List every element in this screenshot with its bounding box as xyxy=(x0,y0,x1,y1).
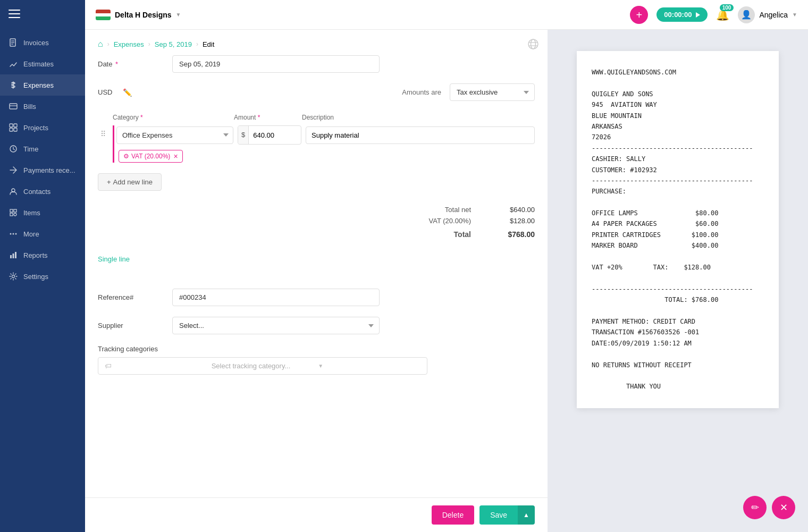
avatar: 👤 xyxy=(738,6,755,23)
tracking-label: Tracking categories xyxy=(98,345,535,353)
sidebar-logo[interactable] xyxy=(0,0,85,28)
sidebar-item-projects[interactable]: Projects xyxy=(0,117,85,138)
receipt-card: WWW.QUIGLEYANDSONS.COM QUIGLEY AND SONS … xyxy=(577,51,779,408)
svg-rect-6 xyxy=(10,124,13,127)
date-input[interactable] xyxy=(172,55,380,73)
invoice-icon xyxy=(9,38,18,47)
sidebar-item-payments[interactable]: Payments rece... xyxy=(0,159,85,181)
sidebar-item-label: Settings xyxy=(23,273,48,281)
amount-input[interactable] xyxy=(249,127,286,143)
tracking-select[interactable]: 🏷 Select tracking category... ▼ xyxy=(98,357,427,375)
sidebar-item-items[interactable]: Items xyxy=(0,202,85,223)
hamburger-icon[interactable] xyxy=(9,10,20,18)
sidebar-item-label: Bills xyxy=(23,103,36,111)
date-label: Date * xyxy=(98,60,162,68)
breadcrumb-expenses-item[interactable]: Expenses xyxy=(114,40,144,48)
category-select-wrap: Office Expenses xyxy=(116,126,233,144)
globe-icon[interactable] xyxy=(527,38,539,52)
form-area: ⌂ › Expenses › Sep 5, 2019 › Edit xyxy=(85,30,548,532)
delete-button[interactable]: Delete xyxy=(432,505,474,525)
notifications-button[interactable]: 🔔 100 xyxy=(716,9,729,21)
time-icon xyxy=(9,144,18,154)
vat-row: VAT (20.00%) $128.00 xyxy=(375,217,535,225)
sidebar: Invoices Estimates Expenses Bills Projec… xyxy=(0,0,85,532)
timer-value: 00:00:00 xyxy=(664,11,692,19)
sidebar-item-expenses[interactable]: Expenses xyxy=(0,74,85,96)
bottom-bar: Delete Save ▲ xyxy=(85,497,548,532)
form-body: Date * USD ✏️ Amounts are Tax exclusive … xyxy=(85,55,548,441)
sidebar-item-label: Reports xyxy=(23,251,48,259)
supplier-label: Supplier xyxy=(98,322,162,330)
sidebar-item-label: Estimates xyxy=(23,60,54,68)
breadcrumb-home-item[interactable]: ⌂ xyxy=(98,39,103,49)
sidebar-nav: Invoices Estimates Expenses Bills Projec… xyxy=(0,28,85,532)
save-dropdown-button[interactable]: ▲ xyxy=(518,505,535,525)
receipt-edit-button[interactable]: ✏ xyxy=(743,496,767,519)
svg-point-16 xyxy=(10,233,12,235)
svg-rect-8 xyxy=(10,128,13,131)
brand-name: Delta H Designs xyxy=(115,11,172,19)
receipt-area: WWW.QUIGLEYANDSONS.COM QUIGLEY AND SONS … xyxy=(548,30,808,532)
svg-point-17 xyxy=(13,233,14,235)
breadcrumb-date-item[interactable]: Sep 5, 2019 xyxy=(155,40,192,48)
home-icon: ⌂ xyxy=(98,39,103,49)
supplier-select[interactable]: Select... xyxy=(172,317,380,334)
remove-vat-button[interactable]: × xyxy=(173,152,178,161)
sidebar-item-label: Contacts xyxy=(23,188,50,196)
date-row: Date * xyxy=(98,55,535,73)
receipt-close-button[interactable]: ✕ xyxy=(772,496,795,519)
amounts-are-label: Amounts are xyxy=(402,88,441,96)
sidebar-item-label: Projects xyxy=(23,124,48,132)
total-net-label: Total net xyxy=(445,206,471,214)
category-header: Category * xyxy=(113,114,230,121)
svg-point-18 xyxy=(15,233,17,235)
svg-rect-13 xyxy=(14,209,16,212)
vat-row-label: VAT (20.00%) xyxy=(429,217,471,225)
sidebar-item-bills[interactable]: Bills xyxy=(0,96,85,117)
add-line-button[interactable]: + Add new line xyxy=(98,173,162,191)
breadcrumb-expenses-link[interactable]: Expenses xyxy=(114,40,144,48)
breadcrumb: ⌂ › Expenses › Sep 5, 2019 › Edit xyxy=(85,30,548,55)
svg-point-15 xyxy=(14,213,16,216)
user-name: Angelica xyxy=(759,11,788,19)
add-new-button[interactable]: + xyxy=(630,6,648,24)
vat-label: VAT (20.00%) xyxy=(131,153,170,160)
add-line-label: Add new line xyxy=(113,178,153,186)
breadcrumb-page: Edit xyxy=(203,40,214,48)
sidebar-item-label: Expenses xyxy=(23,81,54,89)
sidebar-item-label: Payments rece... xyxy=(23,166,75,174)
estimates-icon xyxy=(9,59,18,69)
tax-mode-select[interactable]: Tax exclusive Tax inclusive No tax xyxy=(450,83,535,101)
single-line-link[interactable]: Single line xyxy=(98,255,130,263)
sidebar-item-time[interactable]: Time xyxy=(0,138,85,159)
breadcrumb-date-link[interactable]: Sep 5, 2019 xyxy=(155,40,192,48)
brand-selector[interactable]: Delta H Designs ▼ xyxy=(96,10,181,20)
description-input[interactable] xyxy=(306,126,535,144)
save-button[interactable]: Save xyxy=(479,505,518,525)
total-net-row: Total net $640.00 xyxy=(375,206,535,214)
grand-total-label: Total xyxy=(454,230,471,239)
sidebar-item-invoices[interactable]: Invoices xyxy=(0,32,85,53)
sidebar-item-more[interactable]: More xyxy=(0,223,85,244)
vat-badge: ⚙ VAT (20.00%) × xyxy=(119,150,183,163)
sidebar-item-contacts[interactable]: Contacts xyxy=(0,181,85,202)
contacts-icon xyxy=(9,187,18,196)
svg-rect-21 xyxy=(15,252,16,258)
timer-widget[interactable]: 00:00:00 xyxy=(656,7,708,22)
sidebar-item-reports[interactable]: Reports xyxy=(0,244,85,266)
dollar-sign: $ xyxy=(238,126,249,144)
drag-handle[interactable]: ⠿ xyxy=(98,125,108,138)
svg-rect-12 xyxy=(10,209,13,212)
total-net-value: $640.00 xyxy=(492,206,535,214)
sidebar-item-label: Time xyxy=(23,145,38,153)
sidebar-item-label: Items xyxy=(23,209,40,217)
svg-point-23 xyxy=(528,39,538,49)
reference-input[interactable] xyxy=(172,289,380,306)
svg-point-24 xyxy=(531,39,536,49)
user-menu[interactable]: 👤 Angelica ▼ xyxy=(738,6,797,23)
sidebar-item-estimates[interactable]: Estimates xyxy=(0,53,85,74)
edit-currency-icon[interactable]: ✏️ xyxy=(123,88,132,97)
category-select[interactable]: Office Expenses xyxy=(116,126,233,144)
amount-header: Amount * xyxy=(234,114,298,121)
sidebar-item-settings[interactable]: Settings xyxy=(0,266,85,287)
